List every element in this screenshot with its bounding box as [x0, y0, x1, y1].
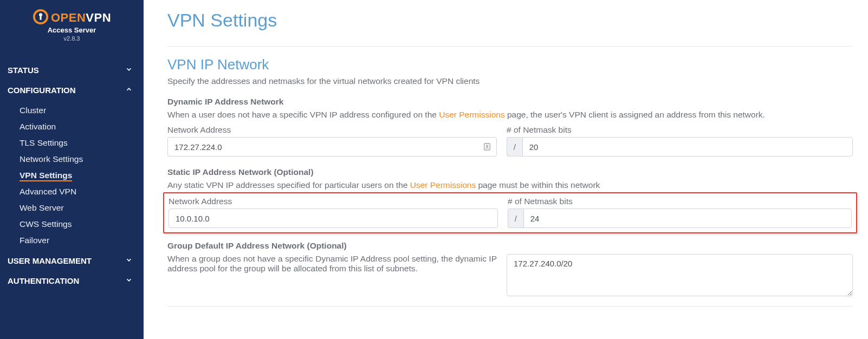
static-mask-label: # of Netmask bits: [508, 197, 852, 206]
nav-section-auth-label: AUTHENTICATION: [8, 276, 79, 285]
dynamic-field-row: Network Address # of Netmask bits /: [167, 125, 853, 157]
slash-prefix: /: [507, 137, 522, 157]
chevron-down-icon: [125, 276, 133, 285]
nav-item-label: Web Server: [20, 203, 64, 212]
nav-item-label: Advanced VPN: [20, 187, 76, 196]
brand-logo-row: OPENVPN: [0, 9, 144, 27]
dynamic-addr-input[interactable]: [167, 137, 497, 157]
chevron-down-icon: [125, 256, 133, 265]
sidebar-nav: STATUS CONFIGURATION Cluster Activation …: [0, 60, 144, 291]
group-desc: When a group does not have a specific Dy…: [167, 254, 497, 273]
chevron-down-icon: [125, 66, 133, 75]
nav-section-status[interactable]: STATUS: [0, 60, 144, 80]
group-row: When a group does not have a specific Dy…: [167, 254, 853, 298]
slash-prefix: /: [508, 208, 523, 228]
nav-section-configuration[interactable]: CONFIGURATION: [0, 80, 144, 100]
nav-item-advanced[interactable]: Advanced VPN: [0, 184, 144, 200]
group-subnets-textarea[interactable]: [507, 254, 853, 296]
dynamic-mask-wrap: /: [507, 137, 853, 157]
dynamic-mask-label: # of Netmask bits: [507, 125, 853, 135]
nav-item-label: TLS Settings: [20, 138, 68, 147]
brand-vpn: VPN: [86, 11, 111, 24]
static-addr-label: Network Address: [169, 197, 498, 206]
nav-item-cws[interactable]: CWS Settings: [0, 216, 144, 232]
autofill-icon: [483, 142, 491, 151]
dynamic-addr-col: Network Address: [167, 125, 497, 157]
nav-item-vpn[interactable]: VPN Settings: [0, 167, 144, 184]
divider: [167, 46, 853, 47]
static-desc-pre: Any static VPN IP addresses specified fo…: [167, 180, 410, 190]
dynamic-addr-input-wrap: [167, 137, 497, 157]
nav-section-status-label: STATUS: [8, 66, 39, 75]
sidebar: OPENVPN Access Server v2.8.3 STATUS CONF…: [0, 0, 144, 339]
main-content: VPN Settings VPN IP Network Specify the …: [144, 0, 868, 339]
nav-item-cluster[interactable]: Cluster: [0, 102, 144, 119]
nav-item-label: Failover: [20, 236, 49, 245]
nav-item-label: Activation: [20, 122, 56, 131]
static-desc-post: page must be within this network: [476, 180, 600, 190]
static-mask-col: # of Netmask bits /: [508, 197, 852, 228]
nav-item-network[interactable]: Network Settings: [0, 151, 144, 167]
nav-section-usermgmt[interactable]: USER MANAGEMENT: [0, 251, 144, 271]
nav-section-auth[interactable]: AUTHENTICATION: [0, 271, 144, 291]
svg-rect-2: [40, 15, 41, 19]
dynamic-mask-col: # of Netmask bits /: [507, 125, 853, 157]
chevron-up-icon: [125, 86, 133, 95]
nav-item-label: VPN Settings: [20, 171, 72, 181]
static-addr-input[interactable]: [169, 208, 498, 228]
static-mask-input[interactable]: [523, 208, 852, 228]
nav-item-label: Cluster: [20, 106, 46, 115]
dynamic-desc-post: page, the user's VPN client is assigned …: [505, 110, 765, 119]
nav-item-label: Network Settings: [20, 154, 83, 164]
nav-item-failover[interactable]: Failover: [0, 232, 144, 249]
nav-item-web[interactable]: Web Server: [0, 200, 144, 216]
nav-section-configuration-label: CONFIGURATION: [8, 86, 76, 95]
dynamic-addr-label: Network Address: [167, 125, 497, 135]
nav-item-activation[interactable]: Activation: [0, 119, 144, 135]
nav-configuration-items: Cluster Activation TLS Settings Network …: [0, 100, 144, 251]
dynamic-desc-pre: When a user does not have a specific VPN…: [167, 110, 439, 119]
static-mask-wrap: /: [508, 208, 852, 228]
divider: [167, 306, 853, 307]
svg-point-4: [487, 145, 488, 147]
section-ip-network-desc: Specify the addresses and netmasks for t…: [167, 76, 853, 86]
user-permissions-link[interactable]: User Permissions: [410, 180, 476, 190]
static-desc: Any static VPN IP addresses specified fo…: [167, 180, 853, 190]
static-title: Static IP Address Network (Optional): [167, 167, 853, 177]
brand-block: OPENVPN Access Server v2.8.3: [0, 5, 144, 47]
brand-open: OPEN: [51, 11, 86, 24]
static-addr-col: Network Address: [169, 197, 498, 228]
static-highlight-box: Network Address # of Netmask bits /: [163, 192, 857, 233]
nav-item-tls[interactable]: TLS Settings: [0, 135, 144, 151]
dynamic-desc: When a user does not have a specific VPN…: [167, 110, 853, 120]
dynamic-title: Dynamic IP Address Network: [167, 97, 853, 107]
nav-section-usermgmt-label: USER MANAGEMENT: [8, 256, 92, 265]
nav-item-label: CWS Settings: [20, 219, 72, 229]
section-ip-network-title: VPN IP Network: [167, 56, 853, 73]
app-root: OPENVPN Access Server v2.8.3 STATUS CONF…: [0, 0, 868, 339]
brand-version: v2.8.3: [0, 35, 144, 42]
static-field-row: Network Address # of Netmask bits /: [169, 197, 852, 228]
brand-wordmark: OPENVPN: [51, 11, 111, 25]
user-permissions-link[interactable]: User Permissions: [439, 110, 504, 119]
dynamic-mask-input[interactable]: [522, 137, 853, 157]
group-title: Group Default IP Address Network (Option…: [167, 241, 853, 251]
group-desc-col: When a group does not have a specific Dy…: [167, 254, 497, 298]
page-title: VPN Settings: [167, 10, 853, 31]
group-input-col: [507, 254, 853, 298]
brand-subtitle: Access Server: [0, 26, 144, 34]
openvpn-logo-icon: [33, 9, 49, 27]
